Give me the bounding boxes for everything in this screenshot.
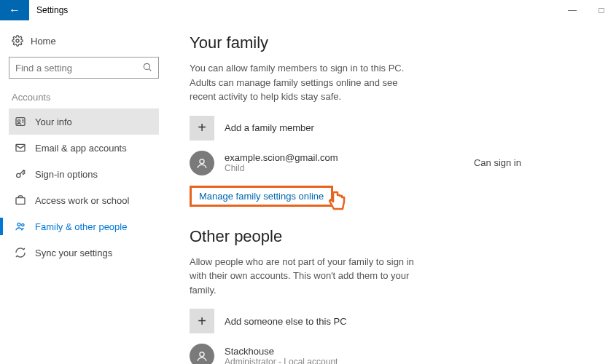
window-title: Settings <box>29 5 68 15</box>
svg-point-0 <box>16 39 19 42</box>
title-bar: ← Settings ― □ <box>0 0 616 20</box>
add-other-label: Add someone else to this PC <box>225 316 347 327</box>
plus-icon: + <box>190 309 214 333</box>
family-heading: Your family <box>190 33 587 52</box>
back-arrow-icon: ← <box>9 4 20 17</box>
category-header: Accounts <box>9 90 159 108</box>
svg-point-13 <box>200 352 204 357</box>
other-member-row[interactable]: Stackhouse Administrator - Local account <box>190 344 587 364</box>
svg-point-10 <box>17 223 20 226</box>
member-role: Child <box>225 163 338 173</box>
member-info: Stackhouse Administrator - Local account <box>225 346 338 365</box>
avatar-icon <box>190 151 214 175</box>
sidebar: Home Accounts Your info Email & app acco… <box>0 20 168 364</box>
member-info: example.scion@gmail.com Child <box>225 152 338 173</box>
other-description: Allow people who are not part of your fa… <box>190 255 423 298</box>
plus-icon: + <box>190 116 214 141</box>
member-email: example.scion@gmail.com <box>225 152 338 163</box>
home-label: Home <box>31 36 56 47</box>
back-button[interactable]: ← <box>0 0 29 20</box>
key-icon <box>15 168 26 180</box>
nav-family-other[interactable]: Family & other people <box>9 213 159 240</box>
nav-label: Your info <box>35 116 72 127</box>
add-family-label: Add a family member <box>225 122 314 133</box>
other-heading: Other people <box>190 227 587 246</box>
manage-family-link[interactable]: Manage family settings online <box>199 191 324 202</box>
minimize-button[interactable]: ― <box>558 0 587 20</box>
briefcase-icon <box>15 194 26 206</box>
other-member-name: Stackhouse <box>225 346 338 357</box>
nav-list: Your info Email & app accounts Sign-in o… <box>9 108 159 266</box>
window-controls: ― □ <box>558 0 616 20</box>
add-other-person-button[interactable]: + Add someone else to this PC <box>190 309 587 333</box>
svg-rect-9 <box>16 198 25 205</box>
family-member-row[interactable]: example.scion@gmail.com Child Can sign i… <box>190 151 587 175</box>
cursor-hand-icon <box>327 189 348 213</box>
sync-icon <box>15 247 26 258</box>
main-content: Your family You can allow family members… <box>168 20 616 364</box>
member-status: Can sign in <box>474 157 521 168</box>
svg-point-8 <box>17 173 20 177</box>
nav-label: Access work or school <box>35 195 129 206</box>
nav-email-accounts[interactable]: Email & app accounts <box>9 135 159 161</box>
gear-icon <box>12 35 23 47</box>
svg-line-2 <box>149 68 152 71</box>
nav-label: Sync your settings <box>35 248 112 258</box>
nav-sync-settings[interactable]: Sync your settings <box>9 240 159 266</box>
home-button[interactable]: Home <box>9 31 159 57</box>
add-family-member-button[interactable]: + Add a family member <box>190 116 587 141</box>
nav-label: Sign-in options <box>35 169 98 180</box>
nav-access-work[interactable]: Access work or school <box>9 187 159 213</box>
family-description: You can allow family members to sign in … <box>190 61 423 104</box>
email-icon <box>15 142 26 154</box>
your-info-icon <box>15 116 26 127</box>
search-icon <box>142 62 152 74</box>
nav-label: Email & app accounts <box>35 143 127 154</box>
svg-point-4 <box>17 120 20 122</box>
nav-label: Family & other people <box>35 221 127 232</box>
maximize-button[interactable]: □ <box>587 0 616 20</box>
other-member-role: Administrator - Local account <box>225 357 338 365</box>
highlight-box: Manage family settings online <box>190 186 333 207</box>
people-icon <box>15 221 26 232</box>
search-input[interactable] <box>15 63 142 74</box>
nav-your-info[interactable]: Your info <box>9 108 159 135</box>
svg-point-1 <box>144 63 149 69</box>
avatar-icon <box>190 344 214 364</box>
nav-signin-options[interactable]: Sign-in options <box>9 161 159 187</box>
svg-point-11 <box>22 223 24 226</box>
svg-point-12 <box>200 159 204 163</box>
search-box[interactable] <box>9 57 159 79</box>
